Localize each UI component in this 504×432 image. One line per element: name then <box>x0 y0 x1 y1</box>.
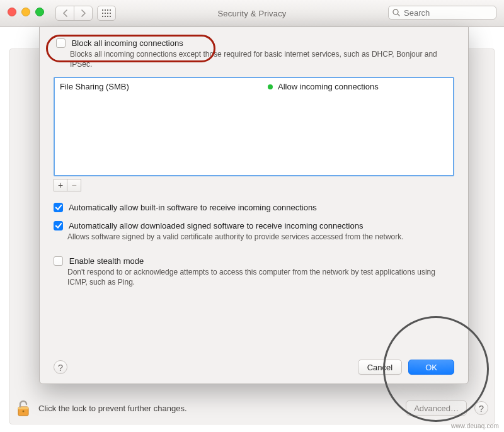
zoom-window-button[interactable] <box>35 8 44 16</box>
help-button[interactable]: ? <box>474 401 488 415</box>
auto-signed-row: Automatically allow downloaded signed so… <box>54 221 454 242</box>
window-titlebar: Security & Privacy <box>0 0 504 27</box>
app-status: Allow incoming connections <box>278 82 379 91</box>
minimize-window-button[interactable] <box>21 8 30 16</box>
svg-rect-4 <box>102 13 103 14</box>
search-icon <box>392 9 400 16</box>
watermark-label: www.deuaq.com <box>451 423 499 429</box>
svg-rect-9 <box>105 16 106 17</box>
search-input[interactable] <box>403 8 492 18</box>
svg-rect-0 <box>102 9 103 11</box>
svg-rect-8 <box>102 16 103 17</box>
svg-rect-2 <box>107 9 108 11</box>
chevron-right-icon <box>81 9 86 17</box>
firewall-options-sheet: Block all incoming connections Blocks al… <box>39 26 469 384</box>
remove-app-button[interactable]: − <box>67 179 81 191</box>
stealth-checkbox[interactable] <box>54 256 63 266</box>
grid-icon <box>102 9 111 17</box>
stealth-label: Enable stealth mode <box>69 256 144 266</box>
svg-rect-10 <box>107 16 108 17</box>
svg-rect-5 <box>105 13 106 14</box>
forward-button[interactable] <box>74 6 92 20</box>
window-traffic-lights <box>8 8 44 16</box>
footer-bar: Click the lock to prevent further change… <box>16 397 488 419</box>
show-all-prefs-button[interactable] <box>97 6 116 21</box>
auto-builtin-row: Automatically allow built-in software to… <box>54 203 454 212</box>
lock-icon[interactable] <box>16 399 31 418</box>
chevron-left-icon <box>62 9 68 17</box>
stealth-row: Enable stealth mode Don't respond to or … <box>54 256 454 287</box>
block-all-label: Block all incoming connections <box>72 38 183 48</box>
nav-back-forward <box>55 6 93 21</box>
search-field[interactable] <box>388 6 496 20</box>
svg-rect-1 <box>105 9 106 11</box>
list-add-remove: + − <box>54 179 454 191</box>
back-button[interactable] <box>56 6 74 20</box>
stealth-description: Don't respond to or acknowledge attempts… <box>67 267 452 287</box>
status-dot-icon <box>268 84 273 89</box>
ok-button[interactable]: OK <box>408 360 454 375</box>
svg-rect-3 <box>110 9 111 11</box>
auto-signed-label: Automatically allow downloaded signed so… <box>69 221 364 230</box>
block-all-description: Blocks all incoming connections except t… <box>70 49 454 69</box>
close-window-button[interactable] <box>8 8 16 16</box>
add-app-button[interactable]: + <box>54 179 67 191</box>
auto-builtin-checkbox[interactable] <box>54 203 63 212</box>
allowed-apps-list[interactable]: File Sharing (SMB) Allow incoming connec… <box>54 77 454 176</box>
sheet-help-button[interactable]: ? <box>54 360 67 374</box>
block-all-row: Block all incoming connections Blocks al… <box>56 38 454 69</box>
auto-signed-description: Allows software signed by a valid certif… <box>67 232 454 242</box>
lock-hint-label: Click the lock to prevent further change… <box>38 404 187 413</box>
app-name: File Sharing (SMB) <box>60 82 268 91</box>
auto-signed-checkbox[interactable] <box>54 221 63 230</box>
list-item[interactable]: File Sharing (SMB) Allow incoming connec… <box>60 82 448 91</box>
advanced-button[interactable]: Advanced… <box>406 401 467 416</box>
svg-rect-7 <box>110 13 111 14</box>
svg-line-13 <box>398 14 399 16</box>
svg-rect-6 <box>107 13 108 14</box>
block-all-checkbox[interactable] <box>56 38 66 48</box>
svg-rect-11 <box>110 16 111 17</box>
auto-builtin-label: Automatically allow built-in software to… <box>69 203 317 212</box>
cancel-button[interactable]: Cancel <box>358 360 402 375</box>
svg-point-16 <box>23 411 25 412</box>
